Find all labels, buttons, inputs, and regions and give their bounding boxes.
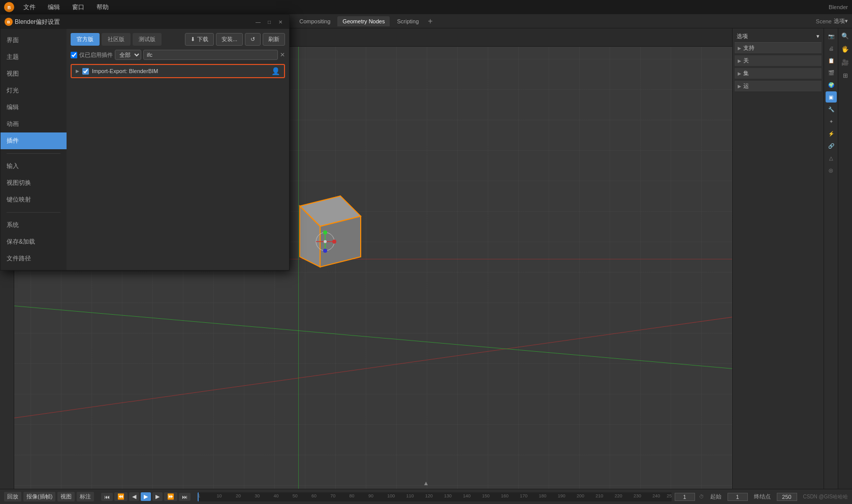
view-btn[interactable]: 视图: [57, 492, 75, 501]
prop-output[interactable]: 🖨: [826, 43, 837, 54]
prop-object[interactable]: ▣: [826, 91, 837, 103]
install-btn[interactable]: 安装...: [216, 33, 243, 46]
filter-bar: 仅已启用插件 全部 ✕: [71, 50, 285, 60]
prop-data[interactable]: △: [826, 152, 837, 163]
tab-testing[interactable]: 测试版: [133, 33, 162, 46]
prefs-body: 界面 主题 视图 灯光 编辑 动画 插件 输入 视图切换 键位映射 系统 保存&…: [1, 29, 289, 270]
section-2: ▶ 关: [735, 55, 822, 66]
start-label: 起始: [708, 492, 723, 501]
menu-file[interactable]: 文件: [20, 2, 39, 13]
addon-name: Import-Export: BlenderBIM: [92, 68, 268, 74]
nav-themes[interactable]: 主题: [1, 49, 67, 65]
prefs-nav-sidebar: 界面 主题 视图 灯光 编辑 动画 插件 输入 视图切换 键位映射 系统 保存&…: [1, 29, 67, 270]
section-4: ▶ 运: [735, 81, 822, 91]
nav-system[interactable]: 系统: [1, 217, 67, 233]
prop-view-layer[interactable]: 📋: [826, 55, 837, 66]
addon-expand-arrow[interactable]: ▶: [76, 69, 79, 74]
sidebar-grid-icon[interactable]: ⊞: [840, 70, 851, 81]
category-filter-select[interactable]: 全部: [115, 50, 141, 60]
playback-btn[interactable]: 回放: [4, 492, 21, 501]
prev-keyframe-btn[interactable]: ⏪: [114, 492, 128, 501]
menu-help[interactable]: 帮助: [93, 2, 112, 13]
section-3-header[interactable]: ▶ 集: [735, 68, 822, 79]
dialog-title: Blender偏好设置: [15, 18, 251, 26]
current-frame-input[interactable]: [675, 493, 695, 501]
addon-enable-checkbox[interactable]: [82, 68, 89, 75]
next-frame-btn[interactable]: ▶: [152, 492, 163, 501]
prop-particles[interactable]: ✦: [826, 116, 837, 127]
nav-addons[interactable]: 插件: [1, 132, 67, 149]
prefs-action-btns: ⬇ 下载 安装... ↺ 刷新: [185, 33, 285, 46]
nav-save-load[interactable]: 保存&加载: [1, 233, 67, 250]
nav-divider: [7, 153, 60, 154]
nav-navigation[interactable]: 视图切换: [1, 175, 67, 191]
section-2-header[interactable]: ▶ 关: [735, 55, 822, 66]
end-label: 终结点: [752, 492, 773, 501]
enabled-filter-checkbox[interactable]: [71, 52, 77, 58]
play-btn[interactable]: ▶: [141, 492, 151, 501]
close-button[interactable]: ✕: [276, 17, 285, 26]
camera-btn[interactable]: 报像(插帧): [23, 492, 55, 501]
search-input[interactable]: [143, 50, 278, 60]
prop-scene[interactable]: 🎬: [826, 67, 837, 78]
sidebar-hand-icon[interactable]: 🖐: [840, 44, 851, 55]
prop-material[interactable]: ◎: [826, 164, 837, 176]
sidebar-search-icon[interactable]: 🔍: [840, 30, 851, 42]
enabled-filter-label[interactable]: 仅已启用插件: [71, 51, 113, 59]
tab-add[interactable]: +: [426, 17, 434, 26]
jump-end-btn[interactable]: ⏭: [179, 493, 191, 501]
marker-btn[interactable]: 标注: [77, 492, 94, 501]
start-frame-input[interactable]: [728, 493, 748, 501]
tab-geometry-nodes[interactable]: Geometry Nodes: [337, 16, 390, 26]
svg-text:B: B: [8, 5, 11, 10]
nav-editing[interactable]: 编辑: [1, 99, 67, 116]
nav-lights[interactable]: 灯光: [1, 82, 67, 99]
prop-modifier[interactable]: 🔧: [826, 104, 837, 115]
nav-file-paths[interactable]: 文件路径: [1, 250, 67, 267]
nav-input[interactable]: 输入: [1, 158, 67, 175]
svg-point-11: [323, 249, 327, 253]
minimize-button[interactable]: —: [254, 17, 263, 26]
refresh-icon-btn[interactable]: ↺: [245, 33, 261, 46]
timeline-track[interactable]: 1 10 20 30 40 50 60 70 80 90 100 110 120…: [198, 492, 671, 501]
prop-render[interactable]: 📷: [826, 30, 837, 42]
nav-viewport[interactable]: 视图: [1, 65, 67, 82]
scene-selector[interactable]: Scene: [816, 18, 832, 24]
blender-logo: B: [4, 2, 14, 12]
bottom-timeline: 回放 报像(插帧) 视图 标注 ⏮ ⏪ ◀ ▶ ▶ ⏩ ⏭ 1 10 20 30…: [0, 489, 852, 504]
refresh-icon: ↺: [250, 36, 255, 43]
prev-frame-btn[interactable]: ◀: [129, 492, 139, 501]
sidebar-camera-icon[interactable]: 🎥: [840, 57, 851, 68]
nav-divider-2: [7, 212, 60, 213]
svg-point-10: [323, 230, 327, 234]
properties-panel: 📷 🖨 📋 🎬 🌍 ▣ 🔧 ✦ ⚡ 🔗 △ ◎: [824, 28, 838, 489]
nav-animation[interactable]: 动画: [1, 116, 67, 132]
section-transform-header[interactable]: ▶ 支持: [735, 43, 822, 53]
top-right-label: 选项▾: [834, 17, 848, 25]
tab-scripting[interactable]: Scripting: [392, 16, 424, 26]
addon-user-icon: 👤: [271, 67, 280, 75]
menu-window[interactable]: 窗口: [69, 2, 87, 13]
csdn-watermark: CSDN @GIS哈哈哈: [803, 493, 848, 500]
menu-edit[interactable]: 编辑: [45, 2, 63, 13]
tab-community[interactable]: 社区版: [102, 33, 131, 46]
nav-interface[interactable]: 界面: [1, 32, 67, 49]
download-btn[interactable]: ⬇ 下载: [185, 33, 214, 46]
tab-compositing[interactable]: Compositing: [294, 16, 335, 26]
prop-physics[interactable]: ⚡: [826, 128, 837, 139]
prop-constraints[interactable]: 🔗: [826, 140, 837, 151]
refresh-btn[interactable]: 刷新: [263, 33, 285, 46]
maximize-button[interactable]: □: [265, 17, 274, 26]
jump-start-btn[interactable]: ⏮: [101, 493, 113, 501]
nav-keymap[interactable]: 键位映射: [1, 191, 67, 208]
timeline-collapse[interactable]: ▲: [423, 480, 429, 487]
section-4-header[interactable]: ▶ 运: [735, 81, 822, 91]
section-3: ▶ 集: [735, 68, 822, 79]
timeline-numbers: 1 10 20 30 40 50 60 70 80 90 100 110 120…: [198, 492, 671, 501]
next-keyframe-btn[interactable]: ⏩: [164, 492, 177, 501]
search-clear-btn[interactable]: ✕: [280, 51, 285, 58]
prop-world[interactable]: 🌍: [826, 79, 837, 90]
tab-official[interactable]: 官方版: [71, 33, 100, 46]
end-frame-input[interactable]: [777, 493, 797, 501]
playback-transport: ⏮ ⏪ ◀ ▶ ▶ ⏩ ⏭: [101, 492, 191, 501]
